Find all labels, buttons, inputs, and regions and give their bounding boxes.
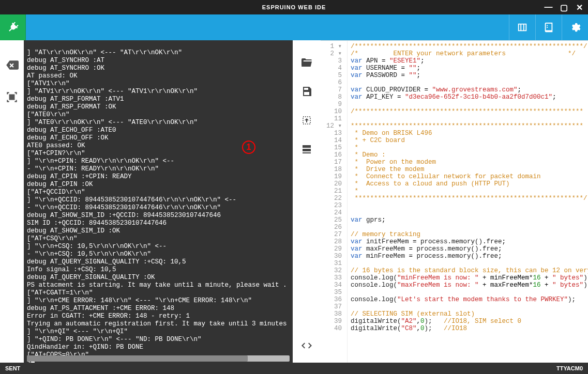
terminal-panel[interactable]: ] "AT\r\r\nOK\r\n" <--- "AT\r\r\nOK\r\n"… [24,40,293,363]
folder-open-icon [300,56,313,69]
left-sidebar [0,40,24,363]
clear-button[interactable] [5,58,19,72]
status-left: SENT [5,365,20,371]
frame-button[interactable] [5,90,19,104]
status-right: TTYACM0 [556,365,583,371]
terminal-scrollbar[interactable] [27,355,290,362]
save-file-button[interactable] [299,84,314,99]
titlebar: ESPRUINO WEB IDE — ▢ ✕ [0,0,588,14]
scrollbar-thumb[interactable] [27,355,248,362]
columns-icon [517,22,528,33]
terminal-output: ] "AT\r\r\nOK\r\n" <--- "AT\r\r\nOK\r\n"… [27,41,290,359]
settings-button[interactable] [562,14,588,40]
window-controls: — ▢ ✕ [542,2,586,12]
storage-icon [300,143,313,155]
open-file-button[interactable] [299,55,314,70]
upload-button[interactable] [299,113,314,128]
code-icon [300,339,313,352]
backspace-icon [5,58,19,72]
line-gutter: 1 ▾ 2 ▾ 3 4 5 6 7 8 9 10 11 12 ▾ 13 14 1… [321,41,348,363]
connect-button[interactable] [0,14,26,40]
code-editor[interactable]: 1 ▾ 2 ▾ 3 4 5 6 7 8 9 10 11 12 ▾ 13 14 1… [321,40,588,363]
split-view-button[interactable] [509,14,535,40]
chip-upload-icon [300,114,313,127]
save-icon [300,85,313,98]
close-button[interactable]: ✕ [574,2,586,12]
help-button[interactable] [536,14,562,40]
main-area: ] "AT\r\r\nOK\r\n" <--- "AT\r\r\nOK\r\n"… [0,40,588,363]
storage-button[interactable] [299,142,314,157]
minimize-button[interactable]: — [542,2,555,12]
plug-icon [4,19,22,36]
code-view-button[interactable] [299,338,314,353]
frame-icon [5,90,19,104]
middle-toolbar: 1 [293,40,321,363]
maximize-button[interactable]: ▢ [558,2,570,12]
code-content[interactable]: /***************************************… [348,41,588,363]
statusbar: SENT TTYACM0 [0,363,588,374]
book-icon [543,22,554,33]
toolbar [0,14,588,40]
window-title: ESPRUINO WEB IDE [262,4,326,10]
gear-icon [569,22,581,33]
